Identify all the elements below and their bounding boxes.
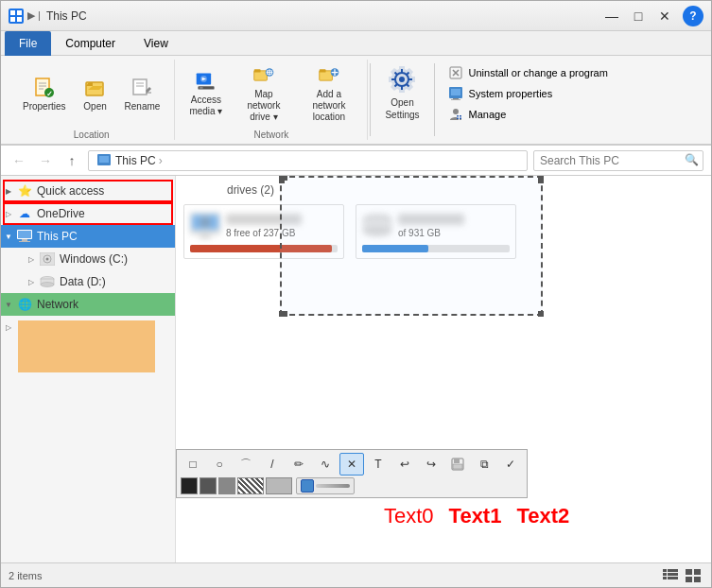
color-black2[interactable] [200,477,217,494]
sidebar-item-windows-c[interactable]: ▷ Windows (C:) [1,248,175,270]
sidebar-label-homegroup: Homegroup [37,320,167,333]
uninstall-label: Uninstall or change a program [469,67,608,78]
up-button[interactable]: ↑ [61,150,82,171]
open-settings-button[interactable]: OpenSettings [373,60,431,140]
hg-icon: 🏠 [16,320,33,337]
status-bar: 2 items [1,562,711,587]
bezier-tool-button[interactable]: ∿ [313,453,338,476]
properties-button[interactable]: ✓ Properties [16,72,73,116]
ribbon-separator [370,63,371,136]
svg-point-40 [453,109,459,114]
color-pattern[interactable] [237,477,264,494]
window: ▶ | This PC — □ ✕ ? File Computer View [0,0,712,588]
save-button[interactable] [445,453,470,476]
tab-view[interactable]: View [130,31,182,56]
svg-rect-2 [10,17,15,22]
forward-button[interactable]: → [35,150,56,171]
sidebar-item-onedrive[interactable]: ▷ ☁ OneDrive [1,202,175,225]
drive-item-windows-c[interactable]: 8 free of 237 GB [183,204,344,259]
back-button[interactable]: ← [9,150,29,171]
help-button[interactable]: ? [683,6,703,26]
add-network-location-button[interactable]: Add a networklocation [298,60,359,128]
access-media-icon [195,70,217,93]
winc-expand[interactable]: ▷ [24,251,39,267]
title-controls: — □ ✕ [599,6,677,26]
ellipse-tool-button[interactable]: ○ [207,453,232,476]
net-expand[interactable]: ▼ [1,297,16,312]
onedrive-icon: ☁ [16,205,33,222]
text-tool-button[interactable]: T [366,453,391,476]
thispc-expand[interactable]: ▼ [1,229,16,244]
datad-icon [39,273,56,290]
open-button[interactable]: Open [77,72,114,116]
drive-c-detail: 8 free of 237 GB [226,228,338,238]
drive-c-progress-fill [190,245,332,252]
drive-c-header: 8 free of 237 GB [190,211,338,241]
add-network-label: Add a networklocation [304,89,353,123]
sidebar-item-homegroup[interactable]: ▷ 🏠 Homegroup [1,316,175,372]
opacity-slider-handle[interactable] [301,479,314,493]
ribbon-right-items: Uninstall or change a program System pro… [437,60,619,140]
rename-icon [130,77,153,99]
handle-br[interactable] [538,311,544,317]
close-button[interactable]: ✕ [652,6,677,26]
redo-button[interactable]: ↪ [419,453,443,476]
sidebar-item-this-pc[interactable]: ▼ This PC [1,225,175,248]
handle-tl[interactable] [279,176,285,181]
opacity-slider-track[interactable] [316,484,350,488]
handle-bm[interactable] [282,311,287,317]
search-container: 🔍 [533,150,703,171]
arc-tool-button[interactable]: ⌒ [234,453,258,476]
cross-tool-button[interactable]: ✕ [339,453,364,476]
access-media-button[interactable]: Accessmedia ▾ [182,65,229,122]
svg-rect-72 [668,577,678,579]
undo-button[interactable]: ↩ [392,453,417,476]
drive-item-data-d[interactable]: of 931 GB [356,204,516,259]
handle-tr[interactable] [538,176,544,181]
ribbon-tabs: File Computer View [1,31,711,56]
od-expand[interactable]: ▷ [1,206,16,221]
winc-icon [39,251,56,268]
confirm-button[interactable]: ✓ [498,453,523,476]
svg-rect-49 [19,241,30,242]
hg-expand[interactable]: ▷ [1,320,16,335]
handle-tm[interactable] [282,176,287,181]
map-network-drive-button[interactable]: Map networkdrive ▾ [233,60,294,128]
color-black3[interactable] [218,477,235,494]
color-black1[interactable] [181,477,198,494]
color-semi[interactable] [266,477,292,494]
uninstall-button[interactable]: Uninstall or change a program [444,63,612,82]
large-icons-view-button[interactable] [683,567,703,584]
maximize-button[interactable]: □ [626,6,651,26]
system-props-button[interactable]: System properties [444,84,612,103]
section-title-blurred [198,183,223,197]
color-row [181,477,523,494]
qa-expand[interactable]: ▶ [1,183,16,199]
rename-button[interactable]: Rename [118,72,167,116]
pencil-tool-button[interactable]: ✏ [287,453,311,476]
svg-rect-11 [133,79,147,95]
line-tool-button[interactable]: / [260,453,285,476]
datad-expand[interactable]: ▷ [24,274,39,289]
rect-tool-button[interactable]: □ [181,453,205,476]
svg-point-55 [41,283,54,287]
location-group-label: Location [16,128,166,140]
properties-label: Properties [23,101,66,112]
sidebar-item-network[interactable]: ▼ 🌐 Network [1,293,175,316]
search-input[interactable] [533,150,703,171]
handle-bl[interactable] [279,311,285,317]
section-title: drives (2) [227,183,274,197]
sidebar-item-quick-access[interactable]: ▶ ⭐ Quick access [1,180,175,202]
tab-file[interactable]: File [5,31,51,56]
minimize-button[interactable]: — [599,6,624,26]
svg-point-52 [46,258,49,261]
details-view-button[interactable] [660,567,681,584]
map-drive-icon [252,64,275,87]
address-path-thispc[interactable]: This PC [115,154,156,167]
sidebar-item-data-d[interactable]: ▷ Data (D:) [1,270,175,293]
tab-computer[interactable]: Computer [51,31,130,56]
manage-button[interactable]: Manage [444,105,612,124]
copy-button[interactable]: ⧉ [472,453,496,476]
section-header: drives (2) [183,183,703,197]
thispc-icon [16,228,33,245]
